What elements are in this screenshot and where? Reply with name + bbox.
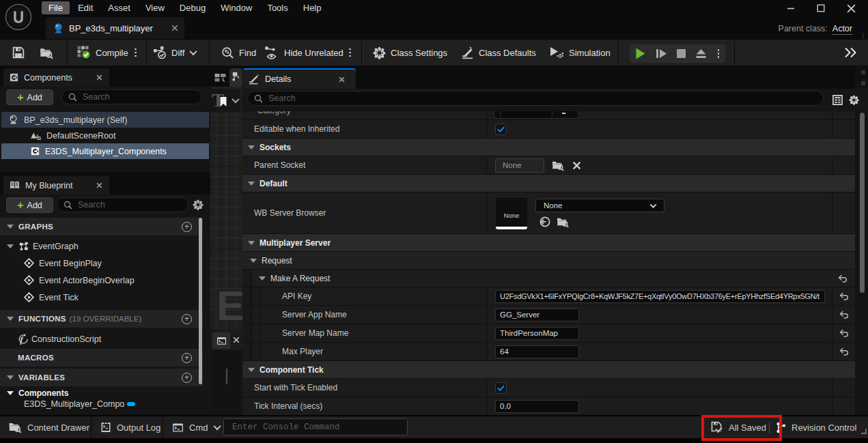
max-player-input[interactable] bbox=[495, 345, 579, 358]
find-button[interactable]: Find bbox=[221, 40, 256, 66]
details-tab[interactable]: Details bbox=[243, 68, 356, 89]
compile-options-button[interactable] bbox=[132, 40, 139, 66]
parent-class-link[interactable]: Actor bbox=[832, 24, 852, 35]
play-button[interactable] bbox=[634, 47, 647, 60]
event-beginplay-row[interactable]: Event BeginPlay bbox=[0, 255, 203, 272]
add-graph-button[interactable]: + bbox=[182, 222, 192, 232]
details-settings-gear-icon[interactable] bbox=[849, 95, 859, 105]
browse-asset-icon[interactable] bbox=[556, 216, 570, 228]
variable-row[interactable]: E3DS_Multiplayer_Compo bbox=[0, 399, 203, 410]
editable-when-inherited-checkbox[interactable] bbox=[495, 124, 507, 135]
menu-window[interactable]: Window bbox=[214, 1, 259, 14]
cmd-dropdown[interactable]: Cmd bbox=[172, 416, 220, 438]
toolbar-overflow-button[interactable] bbox=[843, 40, 858, 66]
menu-debug[interactable]: Debug bbox=[173, 1, 212, 14]
event-actorbeginoverlap-row[interactable]: Event ActorBeginOverlap bbox=[0, 272, 203, 289]
close-icon[interactable] bbox=[233, 337, 240, 343]
reset-to-default-icon[interactable] bbox=[838, 274, 848, 283]
menu-help[interactable]: Help bbox=[296, 1, 328, 14]
event-tick-row[interactable]: Event Tick bbox=[0, 289, 203, 306]
collapse-arrow-icon[interactable] bbox=[7, 391, 14, 395]
revision-control-button[interactable]: Revision Control bbox=[776, 416, 867, 438]
start-with-tick-enabled-checkbox[interactable] bbox=[495, 382, 507, 394]
asset-tab[interactable]: BP_e3ds_multiplayer bbox=[46, 17, 184, 39]
variables-components-category[interactable]: Components bbox=[0, 388, 203, 399]
console-command-field[interactable] bbox=[223, 418, 408, 435]
hide-unrelated-options-button[interactable] bbox=[347, 40, 353, 66]
collapse-arrow-icon[interactable] bbox=[7, 317, 14, 321]
components-tab-close-icon[interactable] bbox=[96, 74, 102, 81]
wb-asset-thumbnail[interactable]: None bbox=[495, 197, 528, 230]
components-search[interactable] bbox=[61, 89, 202, 104]
play-options-button[interactable] bbox=[716, 49, 722, 58]
add-component-button[interactable]: + Add bbox=[6, 89, 53, 105]
details-scrollbar-track[interactable] bbox=[855, 111, 868, 415]
output-log-button[interactable]: Output Log bbox=[100, 416, 160, 438]
details-search-input[interactable] bbox=[268, 94, 823, 103]
browse-asset-button[interactable] bbox=[39, 40, 54, 66]
api-key-input[interactable] bbox=[495, 290, 825, 303]
eventgraph-row[interactable]: EventGraph bbox=[0, 238, 203, 255]
bookmark-icon[interactable] bbox=[219, 96, 227, 107]
functions-section-header[interactable]: FUNCTIONS (19 OVERRIDABLE) + bbox=[0, 310, 203, 328]
class-settings-button[interactable]: Class Settings bbox=[373, 40, 447, 66]
compiler-results-scrollbar[interactable] bbox=[226, 369, 227, 384]
graphs-section-header[interactable]: GRAPHS + bbox=[0, 218, 203, 235]
details-search[interactable] bbox=[247, 91, 824, 106]
menu-edit[interactable]: Edit bbox=[71, 1, 100, 14]
tree-row-scene-root[interactable]: DefaultSceneRoot bbox=[1, 128, 209, 143]
parent-socket-field[interactable]: None bbox=[495, 158, 544, 173]
panel-layout-icon[interactable] bbox=[214, 72, 227, 83]
unreal-engine-logo[interactable] bbox=[5, 3, 32, 31]
my-blueprint-search[interactable] bbox=[57, 197, 188, 212]
collapse-arrow-icon[interactable] bbox=[7, 244, 14, 248]
server-app-name-input[interactable] bbox=[495, 309, 579, 321]
reset-to-default-icon[interactable] bbox=[839, 328, 849, 338]
close-window-button[interactable] bbox=[843, 1, 858, 16]
details-tab-close-icon[interactable] bbox=[339, 76, 345, 83]
components-search-input[interactable] bbox=[83, 92, 201, 102]
my-blueprint-tab-close-icon[interactable] bbox=[96, 182, 102, 188]
clear-socket-icon[interactable] bbox=[572, 161, 581, 170]
details-scrollbar-thumb[interactable] bbox=[860, 113, 865, 293]
diff-button[interactable]: Diff bbox=[153, 40, 196, 66]
construction-script-row[interactable]: ConstructionScript bbox=[0, 330, 203, 347]
save-button[interactable] bbox=[12, 40, 25, 66]
reset-to-default-icon[interactable] bbox=[839, 347, 849, 356]
my-blueprint-scrollbar[interactable] bbox=[199, 218, 202, 384]
default-section-header[interactable]: Default bbox=[242, 175, 855, 192]
menu-file[interactable]: File bbox=[42, 1, 70, 14]
reset-to-default-icon[interactable] bbox=[839, 291, 849, 301]
maximize-button[interactable] bbox=[813, 1, 828, 16]
reset-to-default-icon[interactable] bbox=[839, 310, 849, 319]
my-blueprint-tab[interactable]: My Blueprint bbox=[3, 176, 109, 195]
stop-button[interactable] bbox=[676, 48, 686, 59]
menu-view[interactable]: View bbox=[139, 1, 171, 14]
tree-row-e3ds-component[interactable]: E3DS_Multiplayer_Components bbox=[1, 143, 209, 159]
console-command-input[interactable] bbox=[224, 423, 407, 432]
macros-section-header[interactable]: MACROS + bbox=[0, 349, 203, 367]
class-defaults-button[interactable]: Class Defaults bbox=[461, 40, 536, 66]
sockets-section-header[interactable]: Sockets bbox=[242, 139, 855, 156]
variables-section-header[interactable]: VARIABLES + bbox=[0, 369, 203, 386]
add-macro-button[interactable]: + bbox=[182, 353, 192, 363]
menu-asset[interactable]: Asset bbox=[101, 1, 137, 14]
collapse-arrow-icon[interactable] bbox=[7, 375, 14, 380]
add-blueprint-item-button[interactable]: + Add bbox=[6, 197, 53, 213]
browse-socket-icon[interactable] bbox=[551, 160, 565, 171]
content-drawer-button[interactable]: Content Drawer bbox=[8, 416, 89, 438]
my-blueprint-search-input[interactable] bbox=[78, 200, 188, 210]
minimize-button[interactable] bbox=[783, 1, 798, 16]
components-tab[interactable]: Components bbox=[3, 68, 109, 87]
partial-tab[interactable] bbox=[229, 68, 242, 87]
eject-button[interactable] bbox=[695, 48, 708, 59]
wb-asset-dropdown[interactable]: None bbox=[535, 199, 664, 212]
component-tick-section-header[interactable]: Component Tick bbox=[242, 361, 855, 379]
server-map-name-input[interactable] bbox=[495, 327, 579, 340]
collapse-arrow-icon[interactable] bbox=[7, 225, 14, 229]
hide-unrelated-button[interactable]: Hide Unrelated bbox=[264, 40, 344, 66]
add-variable-button[interactable]: + bbox=[182, 373, 192, 383]
request-section-header[interactable]: Request bbox=[242, 252, 855, 270]
compile-button[interactable]: Compile bbox=[77, 40, 128, 66]
frame-skip-button[interactable] bbox=[655, 48, 668, 59]
